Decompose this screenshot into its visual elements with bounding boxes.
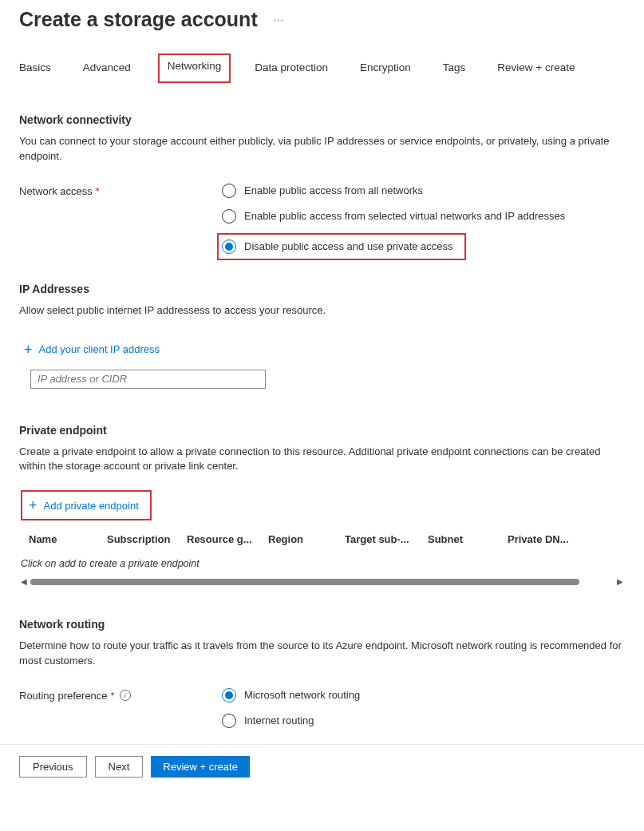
radio-internet-routing-label: Internet routing: [244, 714, 314, 726]
radio-microsoft-routing-label: Microsoft network routing: [244, 689, 360, 701]
review-create-button[interactable]: Review + create: [151, 756, 250, 778]
previous-button[interactable]: Previous: [19, 756, 87, 778]
radio-circle-selected-icon: [222, 239, 236, 254]
tab-advanced[interactable]: Advanced: [83, 53, 131, 83]
add-private-endpoint-label: Add private endpoint: [44, 500, 139, 512]
scroll-thumb[interactable]: [30, 579, 579, 585]
col-name[interactable]: Name: [29, 533, 107, 545]
ip-cidr-input[interactable]: [30, 370, 266, 389]
plus-icon: +: [24, 342, 33, 357]
required-icon: *: [111, 690, 115, 702]
section-ip-addresses-title: IP Addresses: [19, 283, 625, 295]
col-target-subresource[interactable]: Target sub-...: [345, 533, 428, 545]
section-network-routing-title: Network routing: [19, 618, 625, 631]
radio-dot-icon: [225, 691, 233, 699]
section-network-connectivity-title: Network connectivity: [19, 113, 625, 126]
add-private-endpoint-button[interactable]: + Add private endpoint: [21, 490, 152, 520]
col-resource-group[interactable]: Resource g...: [187, 533, 268, 545]
more-actions-icon[interactable]: ···: [274, 14, 284, 26]
add-client-ip-button[interactable]: + Add your client IP address: [24, 336, 160, 363]
radio-microsoft-routing[interactable]: Microsoft network routing: [222, 688, 625, 702]
section-network-connectivity-desc: You can connect to your storage account …: [19, 134, 625, 164]
radio-private-access[interactable]: Disable public access and use private ac…: [217, 233, 466, 260]
col-region[interactable]: Region: [268, 533, 345, 545]
info-icon[interactable]: i: [120, 690, 131, 701]
col-subscription[interactable]: Subscription: [107, 533, 187, 545]
horizontal-scrollbar[interactable]: ◀ ▶: [19, 577, 625, 586]
next-button[interactable]: Next: [95, 756, 144, 778]
scroll-track-rest: [583, 579, 614, 585]
section-ip-addresses-desc: Allow select public internet IP addresse…: [19, 303, 625, 319]
tab-review-create[interactable]: Review + create: [497, 53, 575, 83]
plus-icon: +: [29, 498, 38, 512]
radio-private-label: Disable public access and use private ac…: [244, 240, 453, 252]
add-client-ip-label: Add your client IP address: [39, 343, 160, 355]
radio-public-selected-label: Enable public access from selected virtu…: [244, 210, 565, 222]
section-private-endpoint-desc: Create a private endpoint to allow a pri…: [19, 445, 625, 475]
required-icon: *: [96, 185, 100, 197]
private-endpoint-empty-text: Click on add to create a private endpoin…: [19, 555, 625, 572]
radio-circle-selected-icon: [222, 688, 236, 702]
col-subnet[interactable]: Subnet: [428, 533, 508, 545]
wizard-footer: Previous Next Review + create: [0, 744, 644, 789]
page-title: Create a storage account: [19, 8, 258, 31]
radio-public-selected[interactable]: Enable public access from selected virtu…: [222, 209, 625, 224]
network-access-label: Network access *: [19, 184, 222, 197]
tab-networking[interactable]: Networking: [158, 53, 231, 83]
radio-internet-routing[interactable]: Internet routing: [222, 714, 625, 728]
radio-public-all-label: Enable public access from all networks: [244, 184, 423, 196]
network-access-radio-group: Enable public access from all networks E…: [222, 184, 625, 259]
section-private-endpoint-title: Private endpoint: [19, 424, 625, 437]
routing-preference-label-text: Routing preference: [19, 690, 108, 702]
tab-data-protection[interactable]: Data protection: [255, 53, 328, 83]
tab-encryption[interactable]: Encryption: [360, 53, 411, 83]
radio-dot-icon: [225, 243, 233, 251]
col-private-dns[interactable]: Private DN...: [508, 533, 587, 545]
network-access-label-text: Network access: [19, 185, 93, 197]
private-endpoint-table-header: Name Subscription Resource g... Region T…: [19, 520, 625, 555]
routing-preference-label: Routing preference * i: [19, 688, 222, 702]
radio-circle-icon: [222, 714, 236, 728]
routing-preference-radio-group: Microsoft network routing Internet routi…: [222, 688, 625, 728]
wizard-tabs: Basics Advanced Networking Data protecti…: [0, 38, 644, 83]
radio-circle-icon: [222, 184, 236, 198]
scroll-right-icon[interactable]: ▶: [617, 577, 623, 586]
radio-public-all[interactable]: Enable public access from all networks: [222, 184, 625, 198]
tab-tags[interactable]: Tags: [443, 53, 466, 83]
section-network-routing-desc: Determine how to route your traffic as i…: [19, 639, 625, 669]
scroll-left-icon[interactable]: ◀: [21, 577, 27, 586]
radio-circle-icon: [222, 209, 236, 224]
tab-basics[interactable]: Basics: [19, 53, 51, 83]
